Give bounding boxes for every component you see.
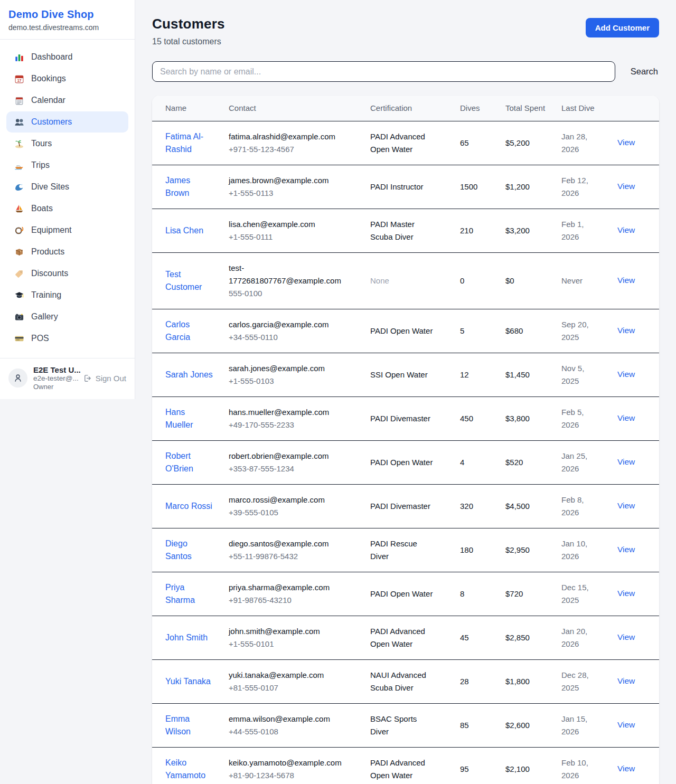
view-customer-link[interactable]: View: [617, 720, 635, 729]
sidebar-item-label: Tours: [31, 139, 52, 148]
customer-certification: PADI Advanced Open Water: [370, 747, 460, 784]
customer-name-link[interactable]: Fatima Al-Rashid: [165, 130, 213, 156]
sign-out-label: Sign Out: [96, 374, 126, 383]
sidebar-item-label: Training: [31, 290, 61, 300]
customer-name-link[interactable]: Lisa Chen: [165, 224, 203, 237]
sidebar-item-tours[interactable]: Tours: [6, 133, 128, 154]
customer-email: emma.wilson@example.com: [229, 713, 341, 725]
table-row: Emma Wilsonemma.wilson@example.com+44-55…: [152, 703, 659, 747]
sidebar-item-discounts[interactable]: Discounts: [6, 263, 128, 284]
customer-total-spent: $680: [505, 309, 561, 353]
view-customer-link[interactable]: View: [617, 589, 635, 598]
col-header-total-spent: Total Spent: [505, 96, 561, 121]
customer-phone: 555-0100: [229, 287, 341, 300]
customer-name-link[interactable]: Yuki Tanaka: [165, 675, 211, 688]
customer-name-link[interactable]: Test Customer: [165, 268, 213, 294]
view-customer-link[interactable]: View: [617, 370, 635, 379]
user-role: Owner: [33, 383, 77, 391]
sidebar: Demo Dive Shop demo.test.divestreams.com…: [0, 0, 135, 399]
customer-name-link[interactable]: Marco Rossi: [165, 500, 212, 513]
customer-name-link[interactable]: Hans Mueller: [165, 406, 213, 431]
customer-certification: NAUI Advanced Scuba Diver: [370, 659, 460, 703]
sign-out-button[interactable]: Sign Out: [83, 374, 126, 383]
customer-dives: 1500: [460, 165, 505, 209]
sidebar-item-dive-sites[interactable]: Dive Sites: [6, 176, 128, 197]
sidebar-item-label: Equipment: [31, 225, 72, 235]
customer-last-dive: Feb 1, 2026: [561, 209, 617, 252]
customer-phone: +34-555-0110: [229, 331, 341, 344]
search-input[interactable]: [152, 61, 615, 82]
view-customer-link[interactable]: View: [617, 676, 635, 685]
sidebar-item-bookings[interactable]: 17Bookings: [6, 68, 128, 89]
add-customer-button[interactable]: Add Customer: [586, 18, 659, 37]
search-row: Search: [152, 61, 659, 82]
diving-mask-icon: [14, 225, 24, 235]
sidebar-item-calendar[interactable]: Calendar: [6, 90, 128, 111]
view-customer-link[interactable]: View: [617, 764, 635, 773]
sidebar-item-label: Calendar: [31, 96, 65, 105]
sidebar-item-label: POS: [31, 334, 49, 343]
customers-table: Name Contact Certification Dives Total S…: [152, 96, 659, 784]
customer-email: john.smith@example.com: [229, 625, 341, 638]
customer-total-spent: $2,950: [505, 528, 561, 572]
customer-total-spent: $5,200: [505, 121, 561, 165]
view-customer-link[interactable]: View: [617, 457, 635, 466]
customer-total-spent: $2,100: [505, 747, 561, 784]
view-customer-link[interactable]: View: [617, 545, 635, 554]
col-header-contact: Contact: [229, 96, 370, 121]
customer-phone: +81-555-0107: [229, 682, 341, 694]
sidebar-item-label: Customers: [31, 117, 72, 127]
customer-name-link[interactable]: Robert O'Brien: [165, 450, 213, 475]
customer-name-link[interactable]: Diego Santos: [165, 537, 213, 563]
customer-name-link[interactable]: Sarah Jones: [165, 369, 213, 381]
customer-phone: +1-555-0103: [229, 375, 341, 388]
view-customer-link[interactable]: View: [617, 225, 635, 234]
customer-name-link[interactable]: Keiko Yamamoto: [165, 757, 213, 782]
customer-phone: +49-170-555-2233: [229, 419, 341, 431]
bar-chart-icon: [14, 52, 24, 62]
customer-email: lisa.chen@example.com: [229, 218, 341, 231]
customer-last-dive: Dec 28, 2025: [561, 659, 617, 703]
search-button[interactable]: Search: [630, 64, 659, 79]
sidebar-item-pos[interactable]: POS: [6, 328, 128, 349]
view-customer-link[interactable]: View: [617, 138, 635, 147]
customer-name-link[interactable]: James Brown: [165, 174, 213, 200]
customer-dives: 85: [460, 703, 505, 747]
customer-dives: 65: [460, 121, 505, 165]
sidebar-item-products[interactable]: Products: [6, 241, 128, 262]
customer-total-spent: $3,800: [505, 396, 561, 440]
customer-name-link[interactable]: Priya Sharma: [165, 581, 213, 607]
customer-name-link[interactable]: John Smith: [165, 631, 208, 644]
customer-email: priya.sharma@example.com: [229, 581, 341, 594]
sidebar-item-boats[interactable]: Boats: [6, 198, 128, 219]
view-customer-link[interactable]: View: [617, 632, 635, 641]
customer-certification: PADI Advanced Open Water: [370, 121, 460, 165]
customer-name-link[interactable]: Carlos Garcia: [165, 318, 213, 344]
sidebar-item-trips[interactable]: Trips: [6, 155, 128, 176]
sidebar-item-equipment[interactable]: Equipment: [6, 220, 128, 241]
col-header-certification: Certification: [370, 96, 460, 121]
customer-email: sarah.jones@example.com: [229, 362, 341, 375]
avatar: [8, 369, 27, 388]
tag-icon: [14, 268, 24, 279]
sidebar-item-customers[interactable]: Customers: [6, 111, 128, 133]
camera-icon: [14, 311, 24, 322]
customer-total-spent: $0: [505, 252, 561, 309]
view-customer-link[interactable]: View: [617, 501, 635, 510]
view-customer-link[interactable]: View: [617, 326, 635, 335]
view-customer-link[interactable]: View: [617, 413, 635, 422]
sidebar-item-training[interactable]: Training: [6, 285, 128, 306]
person-icon: [13, 373, 23, 383]
sidebar-item-dashboard[interactable]: Dashboard: [6, 46, 128, 68]
customer-email: fatima.alrashid@example.com: [229, 130, 341, 143]
view-customer-link[interactable]: View: [617, 276, 635, 285]
customer-dives: 4: [460, 440, 505, 484]
customer-name-link[interactable]: Emma Wilson: [165, 713, 213, 738]
view-customer-link[interactable]: View: [617, 182, 635, 191]
sidebar-item-label: Dive Sites: [31, 182, 69, 192]
customer-phone: +81-90-1234-5678: [229, 769, 341, 782]
sidebar-item-gallery[interactable]: Gallery: [6, 306, 128, 327]
customer-certification: PADI Master Scuba Diver: [370, 209, 460, 252]
calendar-pad-icon: [14, 95, 24, 106]
customer-last-dive: Dec 15, 2025: [561, 572, 617, 616]
